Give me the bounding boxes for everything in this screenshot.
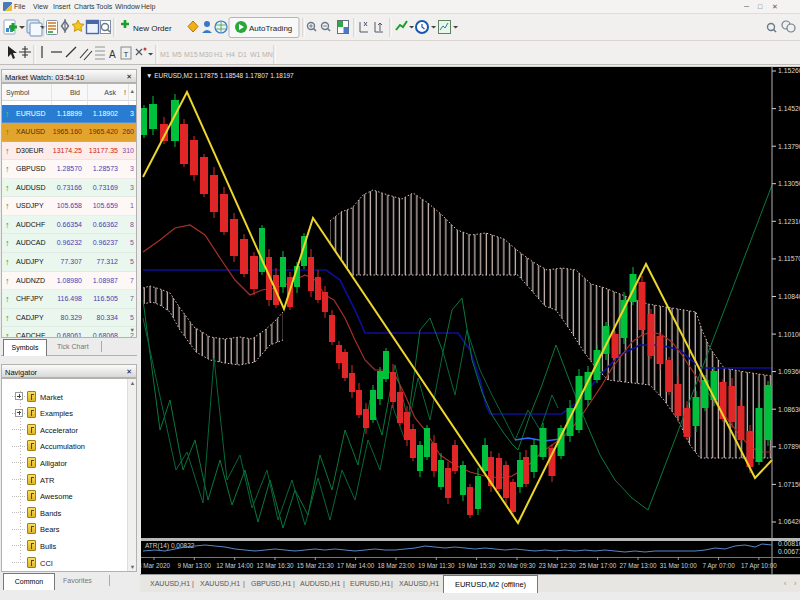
svg-text:19 Mar 11:30: 19 Mar 11:30 [418,562,455,569]
svg-text:1.07890: 1.07890 [778,443,800,450]
svg-text:1.09360: 1.09360 [778,368,800,375]
svg-text:M30: M30 [199,51,213,58]
svg-text:1.13790: 1.13790 [778,143,800,150]
svg-text:1.15260: 1.15260 [778,67,800,74]
svg-text:1.10100: 1.10100 [778,331,800,338]
svg-text:A: A [109,49,116,60]
svg-text:1.06420: 1.06420 [778,518,800,525]
svg-text:1.13050: 1.13050 [778,180,800,187]
svg-text:AutoTrading: AutoTrading [249,24,292,33]
svg-text:18 Mar 23:00: 18 Mar 23:00 [377,562,415,569]
svg-text:H1: H1 [214,51,223,58]
svg-text:19 Mar 15:30: 19 Mar 15:30 [458,562,496,569]
svg-text:M15: M15 [184,51,198,58]
svg-text:ATR(14) 0.00822: ATR(14) 0.00822 [145,542,195,550]
svg-text:1.10840: 1.10840 [778,293,800,300]
svg-text:1.14520: 1.14520 [778,105,800,112]
svg-text:9 Mar 13:00: 9 Mar 13:00 [177,562,211,569]
svg-text:1.08630: 1.08630 [778,406,800,413]
svg-text:20 Mar 09:30: 20 Mar 09:30 [498,562,536,569]
svg-text:1.07150: 1.07150 [778,481,800,488]
svg-text:31 Mar 10:00: 31 Mar 10:00 [660,562,698,569]
svg-text:M5: M5 [172,51,182,58]
svg-text:T: T [124,50,129,59]
svg-text:27 Mar 13:00: 27 Mar 13:00 [619,562,657,569]
svg-text:H4: H4 [226,51,235,58]
svg-text:New Order: New Order [133,24,172,33]
svg-text:M1: M1 [160,51,170,58]
svg-text:12 Mar 14:00: 12 Mar 14:00 [216,562,254,569]
svg-text:D1: D1 [238,51,247,58]
svg-text:1.12310: 1.12310 [778,218,800,225]
svg-text:7 Apr 07:00: 7 Apr 07:00 [702,562,735,570]
svg-text:W1: W1 [250,51,261,58]
svg-text:0.00816: 0.00816 [778,540,800,547]
svg-text:MN: MN [262,51,273,58]
svg-text:8 Mar 2020: 8 Mar 2020 [141,562,170,569]
svg-text:25 Mar 17:00: 25 Mar 17:00 [579,562,617,569]
svg-text:15 Mar 21:30: 15 Mar 21:30 [297,562,335,569]
svg-text:17 Apr 10:00: 17 Apr 10:00 [741,562,777,570]
svg-text:▼ EURUSD,M2 1.17875 1.18548 1: ▼ EURUSD,M2 1.17875 1.18548 1.17807 1.18… [146,72,294,79]
svg-text:1.11570: 1.11570 [778,255,800,262]
svg-text:23 Mar 12:30: 23 Mar 12:30 [539,562,577,569]
svg-text:0.00671: 0.00671 [778,548,800,555]
svg-text:12 Mar 16:30: 12 Mar 16:30 [256,562,294,569]
svg-text:17 Mar 14:00: 17 Mar 14:00 [337,562,375,569]
